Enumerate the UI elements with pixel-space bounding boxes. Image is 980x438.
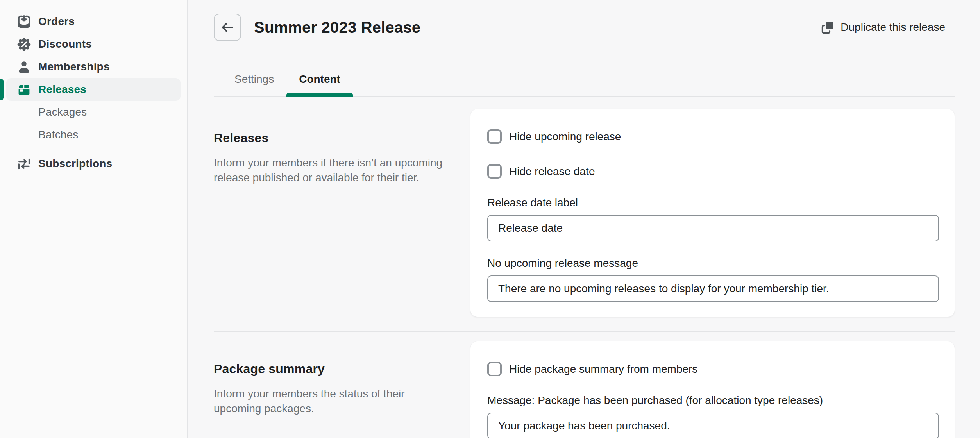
sidebar: Orders Discounts (0, 0, 188, 438)
tab-settings[interactable]: Settings (222, 63, 286, 96)
package-summary-section-info: Package summary Inform your members the … (214, 341, 444, 416)
field-label: Message: Package has been purchased (for… (487, 394, 939, 407)
back-arrow-icon (220, 20, 235, 35)
package-purchased-message-input[interactable] (487, 413, 939, 438)
sidebar-item-label: Releases (38, 83, 86, 96)
sidebar-item-subscriptions[interactable]: Subscriptions (6, 152, 181, 175)
section-description: Inform your members the status of their … (214, 386, 444, 416)
checkbox-label: Hide release date (509, 165, 595, 178)
duplicate-release-button[interactable]: Duplicate this release (818, 17, 955, 38)
back-button[interactable] (214, 14, 241, 41)
section-title: Releases (214, 131, 444, 145)
subscriptions-icon (17, 157, 31, 171)
main-content: Summer 2023 Release Duplicate this relea… (188, 14, 980, 438)
sidebar-item-releases[interactable]: Releases (6, 78, 181, 101)
sidebar-item-memberships[interactable]: Memberships (6, 55, 181, 78)
releases-card: Hide upcoming release Hide release date … (470, 109, 955, 317)
hide-package-summary-row: Hide package summary from members (487, 362, 939, 376)
package-summary-section: Package summary Inform your members the … (214, 341, 955, 438)
releases-section-info: Releases Inform your members if there is… (214, 109, 444, 185)
sidebar-nav: Orders Discounts (0, 10, 187, 175)
section-divider (214, 331, 955, 332)
package-purchased-message-field: Message: Package has been purchased (for… (487, 394, 939, 438)
section-description: Inform your members if there isn’t an up… (214, 156, 444, 185)
section-title: Package summary (214, 362, 444, 376)
tab-bar: Settings Content (214, 63, 955, 97)
release-date-label-input[interactable] (487, 215, 939, 241)
hide-release-date-row: Hide release date (487, 164, 939, 179)
sidebar-item-label: Packages (38, 106, 87, 118)
hide-upcoming-release-row: Hide upcoming release (487, 129, 939, 144)
memberships-icon (17, 60, 31, 74)
no-upcoming-release-message-field: No upcoming release message (487, 257, 939, 302)
sidebar-item-label: Orders (38, 15, 75, 28)
sidebar-item-label: Subscriptions (38, 157, 112, 170)
duplicate-icon (821, 20, 835, 34)
tab-content[interactable]: Content (286, 63, 353, 96)
hide-upcoming-release-checkbox[interactable] (487, 129, 502, 144)
discounts-icon (17, 37, 31, 52)
sidebar-item-label: Discounts (38, 38, 92, 50)
hide-release-date-checkbox[interactable] (487, 164, 502, 179)
sidebar-item-discounts[interactable]: Discounts (6, 33, 181, 55)
active-indicator-bar (0, 79, 4, 100)
releases-section: Releases Inform your members if there is… (214, 109, 955, 317)
field-label: Release date label (487, 197, 939, 209)
package-summary-card: Hide package summary from members Messag… (470, 341, 955, 438)
no-upcoming-release-message-input[interactable] (487, 275, 939, 302)
sidebar-item-packages[interactable]: Packages (6, 101, 181, 123)
page-header: Summer 2023 Release Duplicate this relea… (214, 14, 955, 41)
orders-icon (17, 14, 31, 29)
sidebar-item-batches[interactable]: Batches (6, 123, 181, 146)
field-label: No upcoming release message (487, 257, 939, 270)
hide-package-summary-checkbox[interactable] (487, 362, 502, 376)
releases-icon (17, 82, 31, 97)
duplicate-label: Duplicate this release (841, 21, 945, 34)
sidebar-item-orders[interactable]: Orders (6, 10, 181, 33)
sidebar-item-label: Memberships (38, 61, 110, 73)
page-title: Summer 2023 Release (254, 19, 420, 36)
sidebar-item-label: Batches (38, 129, 79, 141)
checkbox-label: Hide package summary from members (509, 363, 697, 375)
checkbox-label: Hide upcoming release (509, 131, 621, 143)
release-date-label-field: Release date label (487, 197, 939, 241)
